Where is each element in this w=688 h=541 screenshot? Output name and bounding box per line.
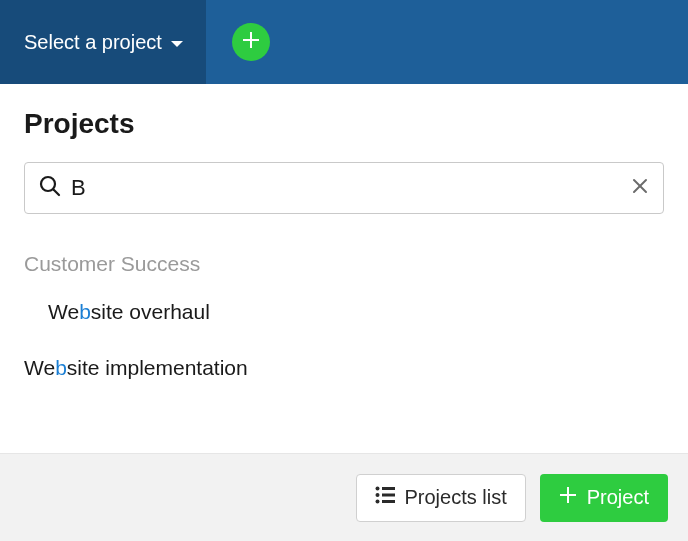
project-result-item[interactable]: Website implementation [24,340,664,396]
clear-search-button[interactable] [631,177,649,199]
result-text-match: b [79,300,91,323]
project-result-item[interactable]: Website overhaul [24,284,664,340]
result-text-post: site overhaul [91,300,210,323]
projects-dropdown-panel: Projects Customer Success Website overha… [0,84,688,396]
topbar: Select a project [0,0,688,84]
project-selector-dropdown[interactable]: Select a project [0,0,206,84]
projects-list-button[interactable]: Projects list [356,474,526,522]
svg-rect-9 [382,500,395,503]
footer: Projects list Project [0,453,688,541]
svg-point-4 [375,487,379,491]
list-icon [375,486,395,509]
svg-rect-7 [382,494,395,497]
result-group-label: Customer Success [24,252,664,276]
project-selector-label: Select a project [24,31,162,54]
results-list: Website overhaulWebsite implementation [24,284,664,396]
result-text-post: site implementation [67,356,248,379]
svg-point-6 [375,493,379,497]
page-title: Projects [24,108,664,140]
result-text-pre: We [48,300,79,323]
search-icon [39,175,61,201]
svg-rect-5 [382,487,395,490]
plus-icon [559,486,577,509]
add-button[interactable] [232,23,270,61]
plus-icon [241,30,261,54]
search-row [24,162,664,214]
projects-list-label: Projects list [405,486,507,509]
search-input[interactable] [71,175,631,201]
svg-line-1 [54,190,60,196]
result-text-pre: We [24,356,55,379]
svg-point-8 [375,500,379,504]
new-project-button[interactable]: Project [540,474,668,522]
new-project-label: Project [587,486,649,509]
result-text-match: b [55,356,67,379]
caret-down-icon [170,31,184,54]
